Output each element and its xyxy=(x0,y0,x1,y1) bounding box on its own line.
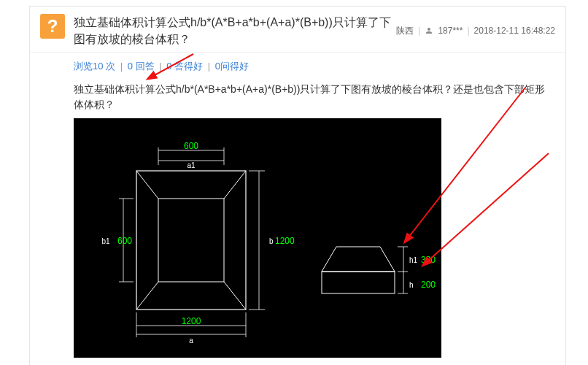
stat-separator: | xyxy=(120,61,123,72)
answers-stat[interactable]: 0 回答 xyxy=(128,61,155,72)
good-answers-stat[interactable]: 0 答得好 xyxy=(166,61,203,72)
meta-separator: | xyxy=(418,26,420,36)
svg-line-2 xyxy=(136,171,158,199)
diagram-svg: 600 a1 1200 a b1 600 xyxy=(74,118,441,358)
title-block: 独立基础体积计算公式h/b*(A*B+a*b+(A+a)*(B+b))只计算了下… xyxy=(74,14,396,47)
svg-marker-20 xyxy=(322,247,395,272)
cad-diagram: 600 a1 1200 a b1 600 xyxy=(74,118,441,358)
datetime-label: 2018-12-11 16:48:22 xyxy=(474,26,555,36)
dim-left-label: b1 xyxy=(101,237,110,245)
svg-line-3 xyxy=(224,171,246,199)
meta-separator: | xyxy=(467,26,469,36)
dim-top-label: a1 xyxy=(187,161,196,169)
views-stat[interactable]: 浏览10 次 xyxy=(74,61,115,72)
svg-rect-1 xyxy=(158,199,224,282)
dim-bottom-label: a xyxy=(189,337,193,345)
dim-h1: 300 xyxy=(421,255,436,265)
user-icon xyxy=(425,26,433,35)
dim-h-label: h xyxy=(409,281,414,289)
svg-line-4 xyxy=(136,282,158,310)
svg-line-5 xyxy=(224,282,246,310)
question-body: 独立基础体积计算公式h/b*(A*B+a*b+(A+a)*(B+b))只计算了下… xyxy=(30,79,565,117)
user-label: 187*** xyxy=(438,26,463,36)
dim-left: 600 xyxy=(117,236,132,246)
question-meta: 陕西 | 187*** | 2018-12-11 16:48:22 xyxy=(396,14,555,47)
dim-right: 1200 xyxy=(275,236,295,246)
dim-top: 600 xyxy=(184,141,198,151)
stat-separator: | xyxy=(208,61,210,72)
question-header: ? 独立基础体积计算公式h/b*(A*B+a*b+(A+a)*(B+b))只计算… xyxy=(30,7,565,53)
dim-bottom: 1200 xyxy=(182,316,201,326)
stats-row: 浏览10 次 | 0 回答 | 0 答得好 | 0问得好 xyxy=(30,53,565,79)
question-title: 独立基础体积计算公式h/b*(A*B+a*b+(A+a)*(B+b))只计算了下… xyxy=(74,14,396,47)
svg-rect-21 xyxy=(322,272,395,293)
question-mark-icon: ? xyxy=(40,14,65,39)
province-label: 陕西 xyxy=(396,25,414,37)
dim-h1-label: h1 xyxy=(409,256,418,264)
question-mark-glyph: ? xyxy=(47,16,58,36)
stat-separator: | xyxy=(159,61,161,72)
dim-h: 200 xyxy=(421,280,436,290)
good-questions-stat[interactable]: 0问得好 xyxy=(215,61,249,72)
question-card: ? 独立基础体积计算公式h/b*(A*B+a*b+(A+a)*(B+b))只计算… xyxy=(29,6,566,365)
dim-right-label: b xyxy=(269,237,274,245)
